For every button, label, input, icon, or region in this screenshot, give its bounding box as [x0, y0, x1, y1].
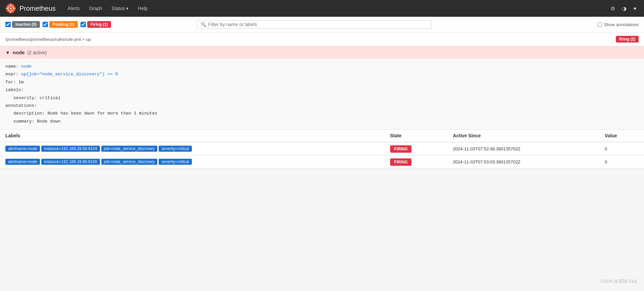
show-annotations-control: Show annotations [598, 22, 639, 27]
expr-label: expr: [5, 72, 18, 77]
navbar-title: Prometheus [19, 5, 56, 12]
nav-status[interactable]: Status ▾ [108, 3, 133, 14]
description-value: Node has been dwon for more than 1 minut… [47, 111, 157, 116]
settings-icon-button[interactable]: ⚙ [608, 4, 617, 13]
theme-half-icon-button[interactable]: ◑ [620, 4, 629, 13]
nav-help[interactable]: Help [134, 3, 152, 14]
prometheus-logo-icon [5, 3, 16, 14]
pending-badge-item: Pending (0) [43, 21, 78, 28]
cell-value: 0 [599, 155, 644, 168]
show-annotations-checkbox[interactable] [598, 22, 602, 27]
search-input[interactable] [208, 22, 428, 27]
label-tag[interactable]: job=node_service_discovery [101, 146, 158, 152]
col-header-active-since: Active Since [447, 130, 599, 142]
rule-path-text: /prometheus/prometheus/rules/rule.yml > … [5, 37, 91, 42]
annotations-label: annotations: [5, 103, 37, 108]
cell-labels: alertname=nodeinstance=192.168.28.66:910… [0, 142, 385, 155]
description-label: description: [13, 111, 45, 116]
col-header-labels: Labels [0, 130, 385, 142]
label-tag[interactable]: instance=192.168.28.66:9100 [41, 159, 100, 165]
cell-value: 0 [599, 142, 644, 155]
label-tag[interactable]: severity=critical [159, 146, 192, 152]
for-label: for: [5, 80, 16, 85]
summary-label: summary: [13, 119, 34, 124]
filter-search-box: 🔍 [197, 20, 432, 29]
rule-path-bar: /prometheus/prometheus/rules/rule.yml > … [0, 32, 644, 46]
nav-graph[interactable]: Graph [85, 3, 106, 14]
firing-checkbox[interactable] [80, 22, 86, 27]
col-header-value: Value [599, 130, 644, 142]
show-annotations-label: Show annotations [604, 22, 639, 27]
col-header-state: State [385, 130, 447, 142]
theme-dark-icon-button[interactable]: ● [631, 4, 639, 13]
cell-active-since: 2024-11-03T07:52:48.380135702Z [447, 142, 599, 155]
cell-active-since: 2024-11-03T07:53:03.380135702Z [447, 155, 599, 168]
nav-alerts[interactable]: Alerts [64, 3, 84, 14]
cell-state: FIRING [385, 155, 447, 168]
navbar: Prometheus Alerts Graph Status ▾ Help ⚙ … [0, 0, 644, 17]
for-value: 1m [18, 80, 24, 85]
navbar-brand: Prometheus [5, 3, 56, 14]
expr-value: up{job="node_service_discovery"} == 0 [21, 72, 118, 77]
table-row: alertname=nodeinstance=192.168.28.66:910… [0, 142, 644, 155]
summary-value: Node down [37, 119, 60, 124]
pending-badge[interactable]: Pending (0) [49, 21, 78, 28]
filter-badges: Inactive (0) Pending (0) Firing (1) [5, 21, 111, 28]
navbar-nav: Alerts Graph Status ▾ Help [64, 3, 152, 14]
rule-group-header[interactable]: ▼ node (2 active) [0, 46, 644, 59]
label-tag[interactable]: alertname=node [5, 159, 40, 165]
table-row: alertname=nodeinstance=192.168.28.66:910… [0, 155, 644, 168]
inactive-badge-item: Inactive (0) [5, 21, 40, 28]
cell-state: FIRING [385, 142, 447, 155]
labels-label: labels: [5, 87, 24, 92]
search-icon: 🔍 [201, 22, 206, 27]
rule-path-firing-badge: firing (2) [616, 36, 639, 43]
alerts-table: Labels State Active Since Value alertnam… [0, 130, 644, 168]
pending-checkbox[interactable] [43, 22, 48, 27]
rule-group-name: node [13, 50, 25, 55]
label-tag[interactable]: instance=192.168.28.66:9104 [41, 146, 100, 152]
gear-icon: ⚙ [610, 5, 615, 12]
navbar-right: ⚙ ◑ ● [608, 4, 639, 13]
label-tag[interactable]: job=node_service_discovery [101, 159, 158, 165]
inactive-badge[interactable]: Inactive (0) [12, 21, 40, 28]
rule-group-chevron-icon: ▼ [5, 50, 10, 55]
state-badge: FIRING [390, 145, 412, 153]
rule-detail: name: node expr: up{job="node_service_di… [0, 59, 644, 130]
svg-point-2 [10, 8, 12, 9]
firing-badge[interactable]: Firing (1) [87, 21, 111, 28]
state-badge: FIRING [390, 158, 412, 166]
inactive-checkbox[interactable] [5, 22, 11, 27]
rule-group-count: (2 active) [28, 50, 47, 55]
name-label: name: [5, 64, 18, 69]
label-tag[interactable]: severity=critical [159, 159, 192, 165]
label-tag[interactable]: alertname=node [5, 146, 40, 152]
dropdown-chevron-icon: ▾ [126, 6, 128, 11]
half-moon-icon: ◑ [622, 5, 627, 12]
filter-bar: Inactive (0) Pending (0) Firing (1) 🔍 Sh… [0, 17, 644, 32]
moon-icon: ● [633, 5, 637, 11]
name-value: node [21, 64, 32, 69]
severity-value: critical [40, 95, 60, 100]
firing-badge-item: Firing (1) [80, 21, 111, 28]
cell-labels: alertname=nodeinstance=192.168.28.66:910… [0, 155, 385, 168]
severity-label: severity: [13, 95, 37, 100]
